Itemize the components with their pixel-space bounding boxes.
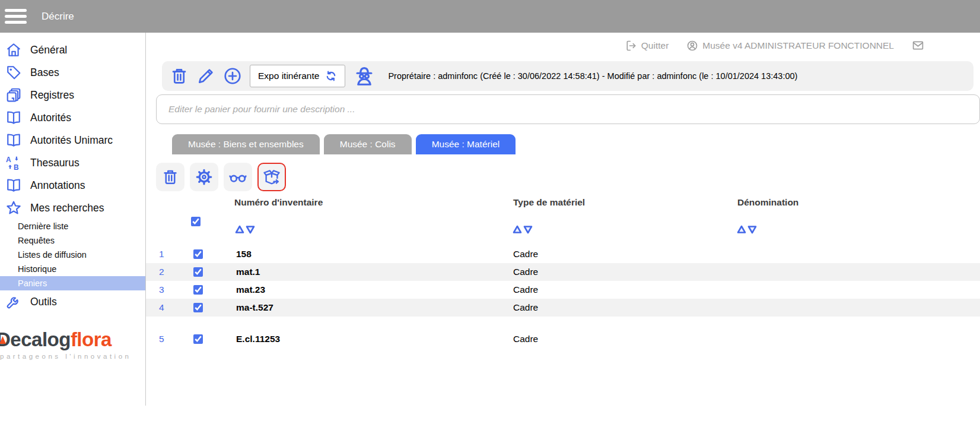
edit-basket-button[interactable] <box>196 67 215 86</box>
refresh-icon <box>325 70 337 82</box>
sidebar-subitem-listes-de-diffusion[interactable]: Listes de diffusion <box>0 248 145 262</box>
open-box-icon <box>263 168 281 186</box>
sidebar-item-autorites[interactable]: Autorités <box>0 106 145 129</box>
table-row[interactable]: 5 E.cl.11253 Cadre <box>146 330 980 348</box>
inventory-number: mat.1 <box>236 267 513 277</box>
basket-toolbar: Expo itinérante Proprétaire : adminfonc … <box>162 61 973 91</box>
logout-icon <box>625 40 637 52</box>
registers-icon <box>6 87 21 103</box>
inventory-number: ma-t.527 <box>236 302 513 313</box>
tab-musee-materiel[interactable]: Musée : Matériel <box>416 134 516 154</box>
material-type: Cadre <box>513 267 980 277</box>
row-checkbox[interactable] <box>193 267 203 277</box>
settings-button[interactable] <box>190 163 218 191</box>
hamburger-menu-icon[interactable] <box>5 9 27 24</box>
table-row[interactable]: 4 ma-t.527 Cadre <box>146 299 980 317</box>
sidebar-item-label: Bases <box>30 67 59 79</box>
row-checkbox[interactable] <box>193 249 203 259</box>
sort-asc-icon <box>738 226 745 233</box>
basket-tabs: Musée : Biens et ensembles Musée : Colis… <box>172 134 516 154</box>
material-type: Cadre <box>513 302 980 313</box>
row-checkbox[interactable] <box>193 334 203 344</box>
inventory-number: E.cl.11253 <box>236 334 513 344</box>
delete-basket-button[interactable] <box>170 67 189 86</box>
tag-icon <box>6 65 21 80</box>
results-rows: 1 158 Cadre 2 mat.1 Cadre 3 mat.23 Cadre… <box>146 245 980 348</box>
sort-desc-icon <box>524 227 532 233</box>
sidebar-item-registres[interactable]: Registres <box>0 84 145 106</box>
add-basket-button[interactable] <box>223 67 242 86</box>
tab-musee-biens-et-ensembles[interactable]: Musée : Biens et ensembles <box>172 134 320 154</box>
logo-tagline: partageons l'innovation <box>0 353 145 360</box>
envelope-icon <box>912 39 924 52</box>
book-icon <box>6 132 21 148</box>
row-checkbox[interactable] <box>193 285 203 295</box>
svg-text:B: B <box>14 163 19 170</box>
basket-description-input[interactable] <box>156 94 980 124</box>
delete-selection-button[interactable] <box>156 163 184 191</box>
wrench-icon <box>6 294 21 309</box>
sidebar-item-outils[interactable]: Outils <box>0 290 145 313</box>
tab-musee-colis[interactable]: Musée : Colis <box>324 134 412 154</box>
row-number: 1 <box>159 249 191 260</box>
sidebar-item-label: Outils <box>30 296 57 308</box>
inventory-number: 158 <box>236 249 513 260</box>
sort-control-denomination[interactable] <box>737 225 758 234</box>
basket-selector-button[interactable]: Expo itinérante <box>250 65 345 87</box>
table-row[interactable]: 1 158 Cadre <box>146 245 980 263</box>
gear-icon <box>195 168 213 186</box>
column-header-type-materiel: Type de matériel <box>513 197 585 208</box>
current-user[interactable]: Musée v4 ADMINISTRATEUR FONCTIONNEL <box>686 40 894 52</box>
trash-icon <box>161 168 179 186</box>
user-icon <box>686 40 698 52</box>
sort-control-type-materiel[interactable] <box>513 225 534 234</box>
user-bar: Quitter Musée v4 ADMINISTRATEUR FONCTION… <box>625 39 924 52</box>
sort-desc-icon <box>247 227 254 233</box>
sidebar-item-general[interactable]: Général <box>0 39 145 61</box>
sidebar-subitem-derniere-liste[interactable]: Dernière liste <box>0 219 145 233</box>
sidebar: Général Bases Registres Autorités Autori… <box>0 33 146 406</box>
mail-button[interactable] <box>912 39 924 52</box>
page-title: Décrire <box>42 11 74 23</box>
unbox-export-button[interactable] <box>257 163 286 191</box>
sidebar-subitem-historique[interactable]: Historique <box>0 262 145 276</box>
column-header-denomination: Dénomination <box>737 197 798 208</box>
row-number: 5 <box>159 334 191 344</box>
book-icon <box>6 178 21 193</box>
table-row[interactable]: 3 mat.23 Cadre <box>146 281 980 299</box>
book-icon <box>6 110 21 125</box>
row-checkbox[interactable] <box>193 303 203 312</box>
sidebar-item-label: Thesaurus <box>30 157 79 169</box>
table-row[interactable]: 2 mat.1 Cadre <box>146 263 980 281</box>
sidebar-subitem-paniers[interactable]: Paniers <box>0 276 145 290</box>
select-all-checkbox[interactable] <box>191 217 201 226</box>
sidebar-item-label: Autorités Unimarc <box>30 134 113 147</box>
sidebar-item-mes-recherches[interactable]: Mes recherches <box>0 197 145 219</box>
top-bar: Décrire <box>0 0 980 33</box>
sidebar-item-annotations[interactable]: Annotations <box>0 174 145 197</box>
sidebar-item-label: Autorités <box>30 112 71 124</box>
row-number: 4 <box>159 302 191 313</box>
spy-icon <box>353 65 376 87</box>
column-header-numero-inventaire: Numéro d'inventaire <box>234 197 323 208</box>
sidebar-item-thesaurus[interactable]: AB Thesaurus <box>0 151 145 174</box>
logo-product: flora <box>71 328 112 350</box>
sort-asc-icon <box>514 226 521 233</box>
sort-desc-icon <box>749 227 756 233</box>
sidebar-item-label: Général <box>30 44 67 56</box>
row-number: 3 <box>159 284 191 295</box>
sidebar-item-autorites-unimarc[interactable]: Autorités Unimarc <box>0 129 145 151</box>
material-type: Cadre <box>513 284 980 295</box>
list-toolbar <box>156 163 286 191</box>
basket-owner-info: Proprétaire : adminfonc (Créé le : 30/06… <box>388 71 797 81</box>
pencil-icon <box>196 67 215 86</box>
sidebar-subitem-requetes[interactable]: Requêtes <box>0 233 145 248</box>
row-number: 2 <box>159 267 191 277</box>
svg-text:A: A <box>6 156 11 164</box>
sidebar-item-bases[interactable]: Bases <box>0 61 145 84</box>
quit-button[interactable]: Quitter <box>625 40 669 52</box>
view-button[interactable] <box>224 163 252 191</box>
sort-control-numero-inventaire[interactable] <box>235 225 256 234</box>
glasses-icon <box>228 167 247 186</box>
material-type: Cadre <box>513 249 980 260</box>
